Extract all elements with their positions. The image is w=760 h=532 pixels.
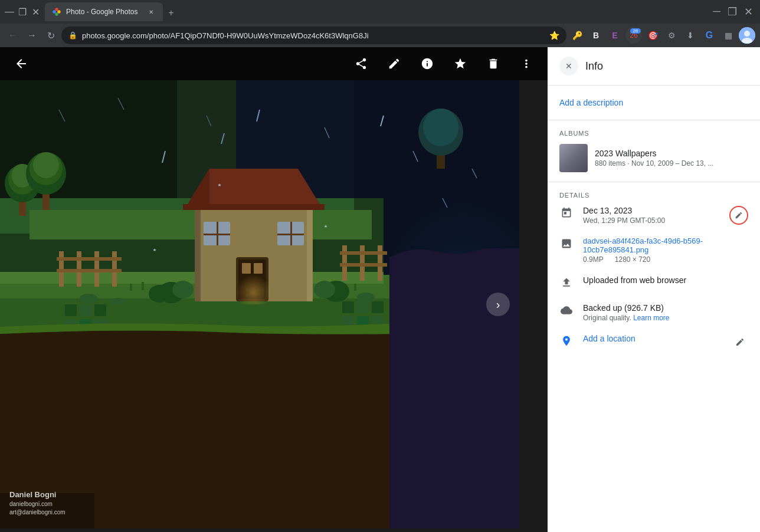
location-detail-content: Add a location: [583, 334, 722, 343]
svg-point-40: [423, 109, 458, 146]
album-thumb-image: [559, 144, 588, 172]
filename-primary: dadvsei-a84f426a-fa3c-49d6-b569-10cb7e89…: [583, 237, 748, 254]
info-description-section: Add a description: [548, 86, 760, 120]
tab-title: Photo - Google Photos: [66, 8, 142, 16]
active-tab[interactable]: Photo - Google Photos ✕: [45, 2, 163, 21]
extensions-button[interactable]: ⚙: [663, 27, 680, 44]
date-edit-button[interactable]: [729, 206, 748, 225]
svg-point-60: [149, 285, 170, 303]
browser-frame: — ❐ ✕ Photo - Google Photos ✕ + ─: [0, 0, 760, 532]
extension-icon-2[interactable]: B: [588, 27, 604, 44]
dimensions-badge: 1280 × 720: [615, 255, 650, 264]
svg-rect-23: [57, 257, 122, 261]
album-item[interactable]: 2023 Wallpapers 880 items · Nov 10, 2009…: [559, 144, 748, 172]
info-panel: ✕ Info Add a description ALBUMS 2023 Wal…: [548, 47, 760, 532]
svg-rect-65: [354, 284, 356, 291]
filename-detail-content: dadvsei-a84f426a-fa3c-49d6-b569-10cb7e89…: [583, 237, 748, 264]
svg-rect-71: [94, 304, 106, 316]
info-close-button[interactable]: ✕: [559, 57, 578, 75]
album-thumbnail: [559, 144, 588, 172]
add-description-link[interactable]: Add a description: [559, 98, 623, 107]
svg-rect-57: [277, 234, 304, 235]
tab-bar: Photo - Google Photos ✕ +: [45, 2, 706, 21]
details-section-title: DETAILS: [559, 192, 748, 199]
svg-point-67: [111, 298, 125, 305]
back-button[interactable]: ←: [5, 27, 21, 44]
filename-sizes: 0.9MP 1280 × 720: [583, 255, 748, 264]
svg-rect-77: [372, 301, 384, 313]
location-edit-action: [732, 334, 748, 350]
learn-more-link[interactable]: Learn more: [633, 314, 669, 322]
extension-badge[interactable]: 26: [625, 27, 642, 44]
photo-viewer: Daniel Bogni danielbogni.com art@danielb…: [0, 47, 548, 532]
maximize-button[interactable]: ❐: [18, 7, 27, 17]
svg-rect-76: [357, 301, 369, 313]
albums-section: ALBUMS 2023 Wallpapers 880 items · Nov 1…: [548, 120, 760, 182]
svg-rect-47: [183, 204, 325, 210]
svg-point-0: [55, 8, 58, 11]
svg-point-1: [57, 10, 60, 13]
location-edit-button[interactable]: [732, 334, 748, 350]
svg-rect-69: [65, 304, 77, 316]
next-photo-button[interactable]: ›: [486, 293, 510, 316]
main-area: Daniel Bogni danielbogni.com art@danielb…: [0, 47, 760, 532]
svg-point-62: [314, 281, 335, 298]
sidebar-icon[interactable]: ▦: [720, 27, 736, 44]
album-info: 2023 Wallpapers 880 items · Nov 10, 2009…: [595, 149, 748, 168]
backup-quality-text: Original quality.: [583, 314, 631, 322]
more-options-button[interactable]: [515, 52, 538, 75]
resolution-badge: 0.9MP: [583, 255, 603, 264]
favorite-button[interactable]: [448, 52, 472, 75]
forward-button[interactable]: →: [24, 27, 40, 44]
toolbar-left: [9, 52, 345, 75]
backup-primary: Backed up (926.7 KB): [583, 303, 748, 313]
info-button[interactable]: [415, 52, 439, 75]
new-tab-button[interactable]: +: [163, 5, 179, 21]
upload-detail-content: Uploaded from web browser: [583, 275, 748, 285]
location-primary[interactable]: Add a location: [583, 334, 722, 343]
watermark-name: Daniel Bogni: [9, 490, 65, 500]
extension-icon-1[interactable]: 🔑: [569, 27, 585, 44]
svg-rect-29: [340, 263, 387, 267]
svg-point-68: [357, 293, 375, 302]
close-window-btn[interactable]: ✕: [742, 5, 755, 18]
upload-primary: Uploaded from web browser: [583, 275, 748, 285]
browser-toolbar-icons: 🔑 B E 26 🎯 ⚙ ⬇ G ▦: [569, 27, 755, 44]
svg-point-66: [80, 294, 97, 303]
svg-rect-24: [57, 269, 122, 272]
svg-rect-106: [224, 245, 283, 304]
details-section: DETAILS Dec 13, 2023 Wed, 1:29 PM GMT-05…: [548, 182, 760, 372]
location-icon: [559, 335, 574, 350]
tab-favicon: [52, 7, 61, 17]
extension-icon-3[interactable]: E: [607, 27, 623, 44]
profile-avatar[interactable]: [739, 27, 755, 44]
svg-rect-55: [204, 234, 230, 235]
album-name: 2023 Wallpapers: [595, 149, 748, 158]
tab-close-button[interactable]: ✕: [146, 7, 156, 17]
info-header: ✕ Info: [548, 47, 760, 86]
watermark-line2: danielbogni.com: [9, 500, 65, 508]
maximize-window-btn[interactable]: ❐: [725, 5, 739, 18]
url-bar[interactable]: 🔒 photos.google.com/photo/AF1QipO7NDf0-H…: [61, 27, 566, 44]
window-controls: — ❐ ✕: [5, 7, 40, 17]
address-bar: ← → ↻ 🔒 photos.google.com/photo/AF1QipO7…: [0, 24, 760, 47]
svg-point-59: [172, 281, 194, 298]
delete-button[interactable]: [481, 52, 505, 75]
svg-rect-42: [195, 207, 201, 301]
svg-rect-43: [307, 207, 313, 301]
albums-section-title: ALBUMS: [559, 130, 748, 137]
close-button[interactable]: ✕: [31, 7, 40, 17]
minimize-window-btn[interactable]: ─: [710, 5, 723, 18]
svg-point-3: [53, 10, 55, 13]
extension-icon-5[interactable]: 🎯: [644, 27, 661, 44]
minimize-button[interactable]: —: [5, 7, 14, 17]
download-icon[interactable]: ⬇: [682, 27, 699, 44]
refresh-button[interactable]: ↻: [42, 27, 59, 44]
back-to-photos-button[interactable]: [9, 52, 33, 75]
google-icon[interactable]: G: [701, 27, 718, 44]
date-primary: Dec 13, 2023: [583, 206, 720, 215]
backup-secondary: Original quality. Learn more: [583, 314, 748, 322]
edit-button[interactable]: [382, 52, 406, 75]
share-button[interactable]: [349, 52, 373, 75]
date-detail-content: Dec 13, 2023 Wed, 1:29 PM GMT-05:00: [583, 206, 720, 225]
